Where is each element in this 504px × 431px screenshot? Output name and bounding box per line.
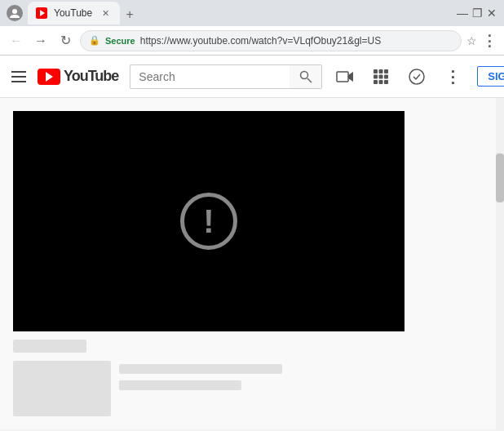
- tab-area: YouTube ✕ +: [28, 2, 452, 24]
- video-text-lines: [119, 361, 282, 390]
- maximize-button[interactable]: ❐: [471, 7, 483, 19]
- apps-icon[interactable]: [369, 65, 392, 88]
- close-button[interactable]: ✕: [486, 7, 497, 19]
- tab-favicon: [36, 7, 47, 19]
- svg-rect-14: [379, 80, 383, 84]
- scrollbar-thumb[interactable]: [496, 153, 504, 202]
- youtube-header: YouTube ⋮ SIGN IN: [0, 56, 504, 98]
- tab-close-button[interactable]: ✕: [99, 7, 112, 20]
- related-thumbnail[interactable]: [13, 361, 111, 416]
- youtube-logo-text: YouTube: [64, 68, 118, 85]
- youtube-logo[interactable]: YouTube: [38, 68, 118, 85]
- more-options-button[interactable]: ⋮: [482, 32, 497, 50]
- error-icon: !: [180, 193, 237, 250]
- secure-label: Secure: [105, 36, 135, 46]
- video-column: !: [13, 111, 491, 416]
- bookmark-button[interactable]: ☆: [466, 34, 477, 47]
- text-line-2: [119, 380, 241, 390]
- svg-rect-9: [384, 69, 388, 73]
- text-line-1: [119, 364, 282, 374]
- new-tab-button[interactable]: +: [120, 5, 139, 24]
- svg-rect-8: [379, 69, 383, 73]
- url-text: https://www.youtube.com/watch?v=VLqfObuy…: [140, 35, 453, 47]
- svg-rect-15: [384, 80, 388, 84]
- forward-button[interactable]: →: [31, 31, 51, 51]
- menu-line-2: [11, 76, 26, 78]
- user-profile-icon[interactable]: [7, 5, 23, 21]
- secure-icon: 🔒: [89, 35, 100, 46]
- menu-line-3: [11, 81, 26, 82]
- svg-point-0: [12, 9, 17, 14]
- svg-rect-13: [374, 80, 378, 84]
- address-bar: ← → ↻ 🔒 Secure https://www.youtube.com/w…: [0, 26, 504, 56]
- svg-point-16: [409, 69, 424, 84]
- window-controls: — ❐ ✕: [457, 7, 497, 19]
- svg-rect-7: [374, 69, 378, 73]
- video-meta: [13, 361, 491, 416]
- video-player[interactable]: !: [13, 111, 405, 331]
- svg-rect-10: [374, 74, 378, 78]
- upload-icon[interactable]: [334, 65, 356, 88]
- svg-rect-12: [384, 74, 388, 78]
- menu-icon[interactable]: [11, 71, 26, 82]
- svg-rect-5: [337, 72, 348, 82]
- title-bar: YouTube ✕ + — ❐ ✕: [0, 0, 504, 26]
- main-content: !: [0, 98, 504, 429]
- scrollbar-track: [496, 98, 504, 431]
- youtube-logo-icon: [38, 69, 60, 85]
- search-input[interactable]: [130, 64, 290, 89]
- url-box[interactable]: 🔒 Secure https://www.youtube.com/watch?v…: [80, 30, 462, 51]
- sign-in-button[interactable]: SIGN IN: [477, 66, 504, 87]
- svg-marker-6: [348, 72, 353, 82]
- svg-rect-11: [379, 74, 383, 78]
- header-icons: ⋮ SIGN IN: [334, 65, 504, 88]
- activity-icon[interactable]: [405, 65, 428, 88]
- error-symbol: !: [203, 203, 214, 240]
- svg-line-4: [307, 78, 312, 82]
- menu-line-1: [11, 71, 26, 73]
- back-button[interactable]: ←: [7, 31, 26, 51]
- video-title-placeholder: [13, 340, 86, 353]
- search-button[interactable]: [290, 64, 322, 89]
- svg-point-3: [300, 71, 307, 78]
- tab-title: YouTube: [54, 7, 92, 19]
- search-box: [130, 64, 322, 89]
- video-info: [13, 340, 491, 416]
- active-tab[interactable]: YouTube ✕: [28, 2, 120, 24]
- minimize-button[interactable]: —: [457, 7, 468, 19]
- refresh-button[interactable]: ↻: [55, 31, 75, 51]
- more-icon[interactable]: ⋮: [441, 65, 464, 88]
